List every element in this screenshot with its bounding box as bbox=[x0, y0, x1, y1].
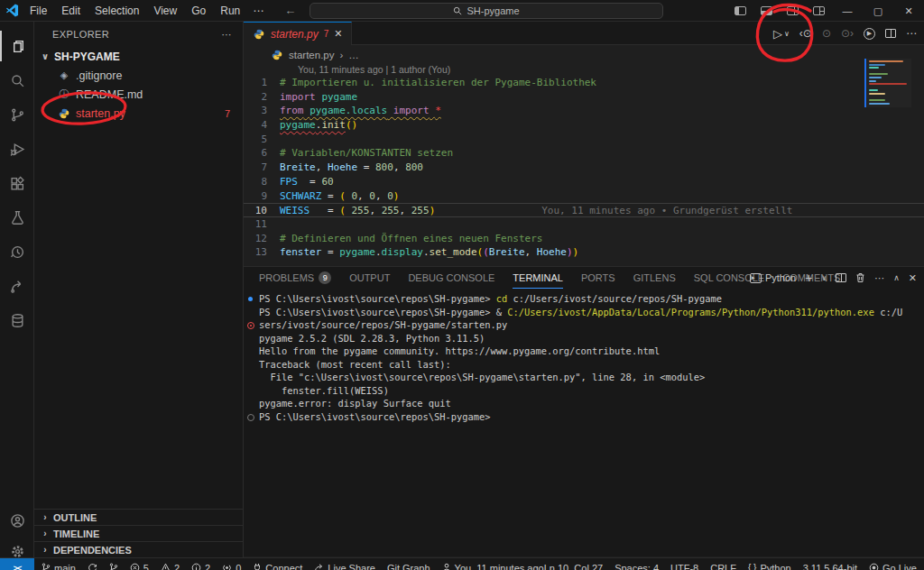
menu-go[interactable]: Go bbox=[185, 3, 212, 19]
kill-terminal-icon[interactable] bbox=[855, 272, 865, 283]
status-ln-10-col-27[interactable]: Ln 10, Col 27 bbox=[544, 563, 603, 570]
code-line-5[interactable]: 5 bbox=[244, 133, 924, 147]
gitlens-change-icon[interactable]: ⊙ bbox=[822, 27, 831, 40]
code-line-2[interactable]: 2import pygame bbox=[244, 90, 924, 105]
status-go-live[interactable]: Go Live bbox=[869, 563, 917, 570]
history-icon[interactable] bbox=[0, 236, 34, 267]
status-sync[interactable] bbox=[88, 563, 97, 570]
terminal-dropdown-icon[interactable]: ∨ bbox=[821, 274, 827, 282]
menu-file[interactable]: File bbox=[23, 3, 53, 19]
status-crlf[interactable]: CRLF bbox=[710, 563, 736, 570]
minimap[interactable] bbox=[864, 59, 911, 107]
explorer-icon[interactable] bbox=[0, 31, 34, 61]
nav-back-icon[interactable]: ← bbox=[284, 4, 296, 17]
gitlens-next-change-icon[interactable]: ⊙› bbox=[841, 27, 854, 40]
file--gitignore[interactable]: ◈.gitignore bbox=[34, 66, 243, 85]
maximize-panel-icon[interactable]: ∧ bbox=[893, 273, 900, 282]
status-python[interactable]: { }Python bbox=[748, 563, 791, 570]
new-terminal-button[interactable]: + bbox=[805, 271, 812, 285]
section-timeline[interactable]: ›TIMELINE bbox=[34, 525, 243, 541]
terminal-error-decoration-icon[interactable] bbox=[246, 320, 254, 328]
status-live-share[interactable]: Live Share bbox=[314, 563, 375, 570]
status-connect[interactable]: Connect bbox=[253, 563, 302, 570]
panel-more-actions-icon[interactable]: ⋯ bbox=[874, 272, 884, 284]
tab-close-icon[interactable]: ✕ bbox=[334, 28, 342, 40]
code-line-13[interactable]: 13fenster = pygame.display.set_mode((Bre… bbox=[244, 245, 924, 260]
status-5[interactable]: 5 bbox=[130, 563, 149, 570]
breadcrumb[interactable]: starten.py › … bbox=[271, 47, 359, 63]
terminal-output[interactable]: PS C:\Users\ivost\source\repos\SH-pygame… bbox=[244, 292, 919, 556]
code-editor[interactable]: 1# Importieren u. initialisieren der Pyg… bbox=[244, 76, 924, 260]
toggle-panel-icon[interactable] bbox=[761, 6, 772, 15]
testing-icon[interactable] bbox=[0, 202, 34, 233]
code-line-9[interactable]: 9SCHWARZ = ( 0, 0, 0) bbox=[244, 189, 924, 204]
panel-tab-gitlens[interactable]: GITLENS bbox=[633, 267, 676, 289]
panel-tab-problems[interactable]: PROBLEMS9 bbox=[259, 267, 331, 289]
sql-database-icon[interactable] bbox=[0, 305, 34, 336]
status-branch[interactable] bbox=[109, 563, 118, 570]
breadcrumb-tail[interactable]: … bbox=[348, 50, 359, 60]
section-dependencies[interactable]: ›DEPENDENCIES bbox=[34, 541, 243, 557]
toggle-sidebar-icon[interactable] bbox=[735, 6, 746, 15]
code-line-11[interactable]: 11 bbox=[244, 217, 924, 232]
menu-selection[interactable]: Selection bbox=[88, 3, 145, 19]
tab-starten-py[interactable]: starten.py 7 ✕ bbox=[244, 22, 352, 45]
status-0[interactable]: 0 bbox=[222, 563, 241, 570]
code-line-4[interactable]: 4pygame.init() bbox=[244, 118, 924, 133]
status-you-11-minutes-ago[interactable]: You, 11 minutes ago bbox=[442, 563, 544, 570]
file-starten-py[interactable]: starten.py7 bbox=[34, 104, 243, 123]
file-readme-md[interactable]: ⓘREADME.md bbox=[34, 85, 243, 104]
editor-more-actions-icon[interactable]: ⋯ bbox=[906, 27, 917, 40]
menu-run[interactable]: Run bbox=[214, 3, 246, 19]
terminal-run-decoration-icon[interactable] bbox=[246, 294, 254, 302]
run-and-debug-icon[interactable] bbox=[0, 133, 34, 164]
minimize-button[interactable]: — bbox=[832, 0, 863, 22]
terminal-pending-decoration-icon[interactable] bbox=[246, 412, 254, 420]
code-line-6[interactable]: 6# Variablen/KONSTANTEN setzen bbox=[244, 146, 924, 161]
terminal-shell-selector[interactable]: ▸ Python bbox=[750, 272, 796, 283]
close-button[interactable]: ✕ bbox=[893, 0, 924, 22]
customize-layout-icon[interactable] bbox=[813, 6, 825, 15]
code-line-12[interactable]: 12# Definieren und Öffnen eines neuen Fe… bbox=[244, 232, 924, 246]
run-python-file-button[interactable]: ▷∨ bbox=[773, 27, 790, 41]
status-utf-8[interactable]: UTF-8 bbox=[670, 563, 698, 570]
section-outline[interactable]: ›OUTLINE bbox=[34, 509, 243, 525]
menu-edit[interactable]: Edit bbox=[55, 3, 87, 19]
search-icon[interactable] bbox=[0, 65, 34, 96]
menu-view[interactable]: View bbox=[147, 3, 183, 19]
gitlens-prev-change-icon[interactable]: ‹⊙ bbox=[799, 27, 812, 40]
split-editor-icon[interactable] bbox=[885, 29, 896, 38]
code-line-10[interactable]: 10WEISS = ( 255, 255, 255)You, 11 minute… bbox=[244, 203, 924, 217]
run-or-debug-icon[interactable]: ▶ bbox=[864, 28, 875, 40]
panel-tab-output[interactable]: OUTPUT bbox=[349, 267, 390, 289]
status-spaces-4[interactable]: Spaces: 4 bbox=[614, 563, 659, 570]
remote-indicator[interactable]: >< bbox=[0, 558, 34, 570]
panel-tab-ports[interactable]: PORTS bbox=[581, 267, 615, 289]
live-share-icon[interactable] bbox=[0, 271, 34, 301]
close-panel-icon[interactable]: ✕ bbox=[909, 272, 917, 284]
code-line-7[interactable]: 7Breite, Hoehe = 800, 800 bbox=[244, 161, 924, 175]
code-line-8[interactable]: 8FPS = 60 bbox=[244, 175, 924, 189]
source-control-icon[interactable] bbox=[0, 99, 34, 130]
explorer-actions-button[interactable]: ⋯ bbox=[222, 29, 232, 41]
menu-more-button[interactable]: ⋯ bbox=[246, 3, 270, 19]
folder-sh-pygame[interactable]: ∨ SH-PYGAME bbox=[34, 47, 243, 66]
status-main[interactable]: main bbox=[42, 563, 76, 570]
toggle-secondary-sidebar-icon[interactable] bbox=[787, 6, 799, 15]
account-icon[interactable] bbox=[0, 505, 34, 536]
maximize-button[interactable]: ▢ bbox=[863, 0, 893, 22]
split-terminal-icon[interactable] bbox=[836, 273, 846, 282]
status-3-11-5-64-bit[interactable]: 3.11.5 64-bit bbox=[803, 563, 857, 570]
status-2[interactable]: 2 bbox=[161, 563, 180, 570]
breadcrumb-file[interactable]: starten.py bbox=[289, 50, 335, 60]
code-line-3[interactable]: 3from pygame.locals import * bbox=[244, 104, 924, 118]
file-problems-badge: 7 bbox=[225, 108, 230, 119]
status-git-graph[interactable]: Git Graph bbox=[387, 563, 430, 570]
status-2[interactable]: 2 bbox=[191, 563, 210, 570]
gitlens-codelens[interactable]: You, 11 minutes ago | 1 author (You) bbox=[298, 64, 450, 75]
code-line-1[interactable]: 1# Importieren u. initialisieren der Pyg… bbox=[244, 76, 924, 90]
panel-tab-debug-console[interactable]: DEBUG CONSOLE bbox=[408, 267, 494, 289]
panel-tab-terminal[interactable]: TERMINAL bbox=[513, 267, 563, 289]
command-center-search[interactable]: SH-pygame bbox=[310, 3, 663, 19]
extensions-icon[interactable] bbox=[0, 168, 34, 198]
